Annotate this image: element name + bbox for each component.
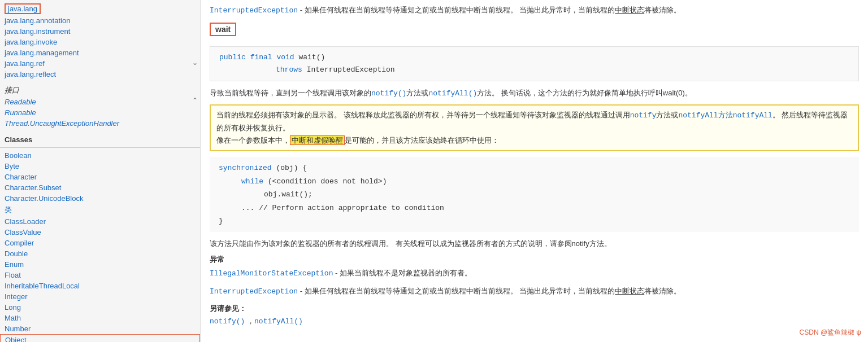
sidebar-item-thread-uncaught[interactable]: Thread.UncaughtExceptionHandler — [0, 118, 200, 129]
see-notifyall-link[interactable]: notifyAll() — [254, 317, 303, 326]
top-text-1: - 如果任何线程在当前线程等待通知之前或当前线程中断当前线程。 当抛出此异常时，… — [298, 6, 615, 14]
method-signature-block: public final void wait() throws Interrup… — [210, 46, 859, 81]
code-line-5: } — [219, 214, 850, 227]
method-name-header: wait — [210, 23, 236, 36]
signature-line2: throws InterruptedException — [219, 64, 849, 76]
sidebar-item-classloader[interactable]: ClassLoader — [0, 216, 200, 227]
sidebar-item-long[interactable]: Long — [0, 302, 200, 313]
description-para1: 导致当前线程等待，直到另一个线程调用该对象的notify()方法或notifyA… — [210, 87, 859, 100]
scroll-up-icon[interactable]: ⌃ — [192, 97, 198, 104]
sidebar-item-readable[interactable]: Readable — [0, 97, 200, 107]
sidebar-item-integer[interactable]: Integer — [0, 291, 200, 302]
pkg-java-lang-annotation[interactable]: java.lang.annotation — [0, 15, 200, 26]
sidebar-item-compiler[interactable]: Compiler — [0, 238, 200, 248]
sidebar-item-character[interactable]: Character — [0, 172, 200, 182]
signature-line1: public final void wait() — [219, 51, 849, 64]
scroll-down-icon[interactable]: ⌄ — [192, 59, 198, 67]
exception2-text: InterruptedException - 如果任何线程在当前线程等待通知之前… — [210, 285, 859, 298]
main-content: InterruptedException - 如果任何线程在当前线程等待通知之前… — [201, 0, 868, 342]
sidebar-item-boolean[interactable]: Boolean — [0, 150, 200, 161]
code-line-2: while (<condition does not hold>) — [241, 175, 850, 188]
sidebar-item-byte[interactable]: Byte — [0, 161, 200, 172]
exception-section-label: 异常 — [210, 255, 859, 265]
sidebar-item-enum[interactable]: Enum — [0, 259, 200, 270]
top-exception-name: InterruptedException — [210, 6, 298, 15]
interrupt-highlight: 中断和虚假唤醒 — [290, 135, 345, 145]
top-text-2: 将被清除。 — [644, 6, 681, 14]
sidebar: java.lang java.lang.annotation java.lang… — [0, 0, 201, 342]
classes-section-header: Classes — [0, 132, 200, 145]
pkg-java-lang-reflect[interactable]: java.lang.reflect — [0, 69, 200, 80]
pkg-java-lang-instrument[interactable]: java.lang.instrument — [0, 26, 200, 37]
code-example-block: synchronized (obj) { while (<condition d… — [210, 157, 859, 232]
highlighted-monitor-box: 当前的线程必须拥有该对象的显示器。 该线程释放此监视器的所有权，并等待另一个线程… — [210, 104, 859, 151]
footer-text: 该方法只能由作为该对象的监视器的所有者的线程调用。 有关线程可以成为监视器所有者… — [210, 238, 859, 250]
pkg-java-lang-invoke[interactable]: java.lang.invoke — [0, 37, 200, 47]
sidebar-item-object[interactable]: Object — [0, 334, 200, 342]
sidebar-item-runnable[interactable]: Runnable — [0, 107, 200, 118]
code-line-1: synchronized (obj) { — [219, 161, 850, 174]
see-notify-link[interactable]: notify() — [210, 317, 245, 326]
also-see-section: 另请参见： notify() ，notifyAll() — [210, 302, 859, 328]
interfaces-label: 接口 — [0, 84, 200, 97]
sidebar-item-float[interactable]: Float — [0, 270, 200, 280]
top-interrupted-state: 中断状态 — [615, 6, 644, 14]
code-line-4: ... // Perform action appropriate to con… — [241, 201, 850, 214]
sidebar-item-number[interactable]: Number — [0, 323, 200, 334]
exception1-text: IllegalMonitorStateException - 如果当前线程不是对… — [210, 267, 859, 280]
sidebar-item-classvalue[interactable]: ClassValue — [0, 227, 200, 238]
watermark: CSDN @鲨鱼辣椒 ψ — [800, 328, 861, 337]
sidebar-item-character-subset[interactable]: Character.Subset — [0, 182, 200, 193]
pkg-java-lang[interactable]: java.lang — [5, 3, 41, 14]
sidebar-item-double[interactable]: Double — [0, 248, 200, 259]
pkg-java-lang-ref[interactable]: java.lang.ref — [0, 58, 200, 69]
sidebar-item-inheritablethreadlocal[interactable]: InheritableThreadLocal — [0, 280, 200, 291]
top-exception-text: InterruptedException - 如果任何线程在当前线程等待通知之前… — [210, 5, 859, 17]
pkg-java-lang-management[interactable]: java.lang.management — [0, 47, 200, 58]
sidebar-item-character-unicodeblock[interactable]: Character.UnicodeBlock — [0, 193, 200, 204]
sidebar-item-lei[interactable]: 类 — [0, 204, 200, 216]
sidebar-item-math[interactable]: Math — [0, 313, 200, 323]
also-see-label: 另请参见： — [210, 304, 246, 313]
code-line-3: obj.wait(); — [264, 188, 850, 201]
